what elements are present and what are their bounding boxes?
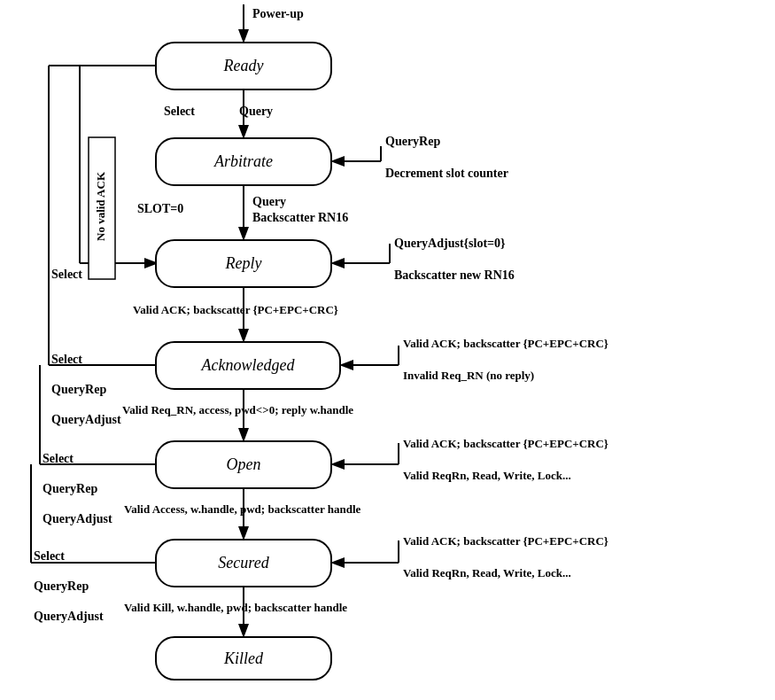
select-label-reply: Select (51, 268, 82, 282)
valid-access-label: Valid Access, w.handle, pwd; backscatter… (124, 502, 360, 517)
state-secured: Secured (155, 539, 332, 587)
secured-right-labels: Valid ACK; backscatter {PC+EPC+CRC} Vali… (403, 534, 608, 563)
query-label-top: Query (239, 105, 273, 119)
valid-req-rn-label: Valid Req_RN, access, pwd<>0; reply w.ha… (122, 403, 353, 417)
open-right-labels: Valid ACK; backscatter {PC+EPC+CRC} Vali… (403, 437, 608, 465)
backscatter-rn16-label: Backscatter RN16 (252, 211, 348, 225)
state-reply: Reply (155, 239, 332, 288)
diagram-container: Power-up Ready Select Query Arbitrate Qu… (0, 0, 775, 700)
state-open: Open (155, 440, 332, 489)
state-ready: Ready (155, 42, 332, 90)
queryadjust-label: QueryAdjust{slot=0} Backscatter new RN16 (394, 237, 515, 265)
valid-ack-ack-label: Valid ACK; backscatter {PC+EPC+CRC} Inva… (403, 337, 608, 365)
valid-ack-label: Valid ACK; backscatter {PC+EPC+CRC} (133, 303, 338, 317)
queryrep-label: QueryRep Decrement slot counter (385, 135, 508, 163)
valid-kill-label: Valid Kill, w.handle, pwd; backscatter h… (124, 601, 347, 615)
no-valid-ack-label: No valid ACK (89, 142, 112, 270)
arrows-svg (0, 0, 775, 700)
power-up-label: Power-up (252, 7, 304, 21)
state-acknowledged: Acknowledged (155, 341, 341, 390)
open-left-labels: Select QueryRep QueryAdjust (43, 452, 112, 494)
query-label-mid: Query (252, 195, 286, 209)
state-killed: Killed (155, 636, 332, 681)
state-arbitrate: Arbitrate (155, 137, 332, 186)
acked-left-labels: Select QueryRep QueryAdjust (51, 353, 121, 395)
secured-left-labels: Select QueryRep QueryAdjust (34, 549, 104, 592)
slot0-label: SLOT=0 (137, 202, 183, 216)
select-label-top: Select (164, 105, 195, 119)
